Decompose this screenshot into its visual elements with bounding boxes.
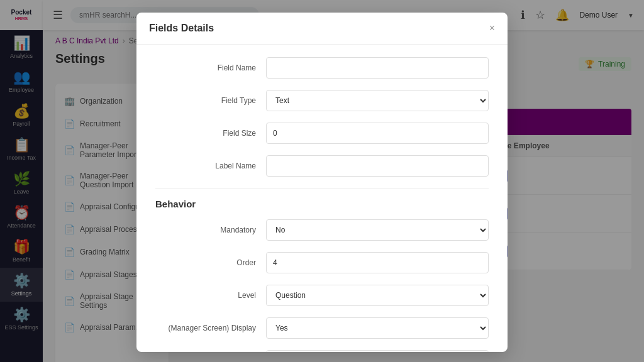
mandatory-label: Mandatory bbox=[155, 226, 256, 234]
manager-display-select[interactable]: Yes No bbox=[266, 317, 489, 339]
label-name-label: Label Name bbox=[155, 162, 256, 170]
field-name-label: Field Name bbox=[155, 63, 256, 72]
field-size-label: Field Size bbox=[155, 129, 256, 138]
modal-title: Fields Details bbox=[149, 23, 214, 34]
field-name-row: Field Name bbox=[155, 57, 489, 79]
modal-overlay: Fields Details × Field Name Field Type T… bbox=[0, 0, 644, 362]
level-select[interactable]: Question Section Group bbox=[266, 285, 489, 306]
label-name-input[interactable] bbox=[266, 155, 489, 177]
modal-body: Field Name Field Type Text Number Date D… bbox=[136, 45, 508, 352]
manager-display-row: (Manager Screen) Display Yes No bbox=[155, 317, 489, 339]
modal-close-button[interactable]: × bbox=[489, 23, 495, 34]
field-size-input[interactable] bbox=[266, 123, 489, 144]
level-label: Level bbox=[155, 291, 256, 300]
mandatory-row: Mandatory No Yes bbox=[155, 219, 489, 241]
fields-details-modal: Fields Details × Field Name Field Type T… bbox=[136, 13, 508, 352]
order-row: Order bbox=[155, 252, 489, 273]
manager-display-label: (Manager Screen) Display bbox=[155, 324, 256, 332]
order-label: Order bbox=[155, 258, 256, 267]
field-type-label: Field Type bbox=[155, 96, 256, 105]
field-size-row: Field Size bbox=[155, 123, 489, 144]
label-name-row: Label Name bbox=[155, 155, 489, 177]
mandatory-select[interactable]: No Yes bbox=[266, 219, 489, 241]
order-input[interactable] bbox=[266, 252, 489, 273]
modal-header: Fields Details × bbox=[136, 13, 508, 45]
level-row: Level Question Section Group bbox=[155, 285, 489, 306]
behavior-section-label: Behavior bbox=[155, 199, 489, 209]
field-type-select[interactable]: Text Number Date Dropdown Checkbox bbox=[266, 90, 489, 111]
field-type-row: Field Type Text Number Date Dropdown Che… bbox=[155, 90, 489, 111]
field-name-input[interactable] bbox=[266, 57, 489, 79]
employee-display-row: (Employee Screen) Display Yes No bbox=[155, 350, 489, 352]
employee-display-select[interactable]: Yes No bbox=[266, 350, 489, 352]
section-divider bbox=[155, 188, 489, 189]
